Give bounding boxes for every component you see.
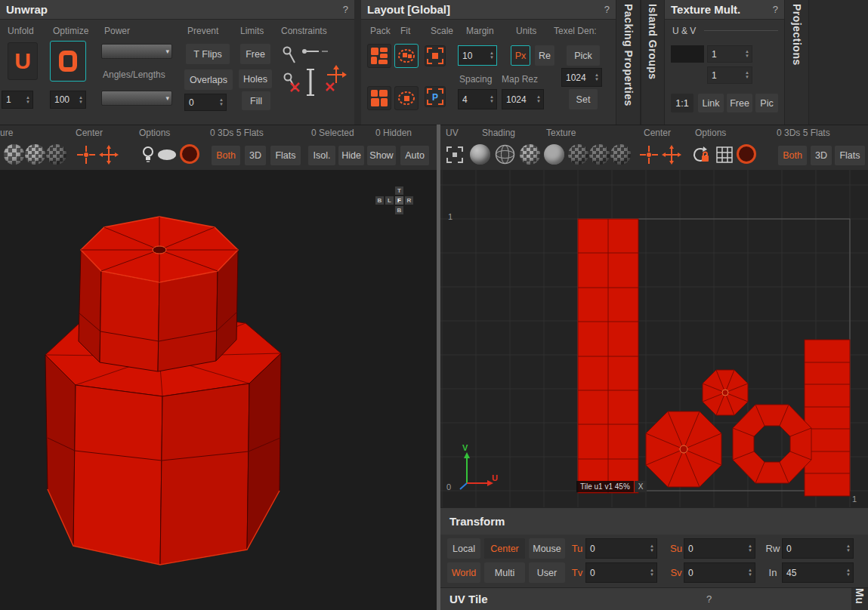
maprez-spin[interactable]: ▲▼ <box>534 95 543 103</box>
spin-down-icon[interactable]: ▼ <box>745 75 749 79</box>
unfold-button[interactable]: U <box>8 42 38 80</box>
uv-viewport[interactable]: 1 0 1 V U Tile u1 v1 45% X <box>440 170 868 507</box>
center-button[interactable]: Center <box>484 538 525 559</box>
user-button[interactable]: User <box>529 562 565 583</box>
transform-panel-header[interactable]: Transform <box>440 507 868 535</box>
texture-checker-b-icon[interactable] <box>25 144 45 165</box>
uv-tile-panel-header[interactable]: UV Tile ? Mu <box>440 587 868 610</box>
texel-spin[interactable]: ▲▼ <box>592 73 601 82</box>
u-mult-spin[interactable]: ▲▼ <box>743 50 752 58</box>
su-spin[interactable]: ▲▼ <box>746 544 755 553</box>
uv-island-left-strip[interactable] <box>578 219 638 493</box>
spin-down-icon[interactable]: ▼ <box>846 573 851 577</box>
optimize-spin[interactable]: ▲▼ <box>76 96 85 104</box>
pic-button[interactable]: Pic <box>755 94 778 112</box>
gizmo-left[interactable]: L <box>385 196 394 205</box>
margin-spin[interactable]: ▲▼ <box>487 51 496 60</box>
shading-checker-icon[interactable] <box>520 144 540 165</box>
unpin-constraint-icon[interactable] <box>281 71 301 94</box>
texel-spinner[interactable]: 1024 ▲▼ <box>561 68 602 87</box>
gizmo-back[interactable]: B <box>375 196 384 205</box>
spin-down-icon[interactable]: ▼ <box>536 100 541 103</box>
maprez-spinner[interactable]: 1024 ▲▼ <box>502 89 544 109</box>
grid-toggle-button[interactable] <box>714 144 734 165</box>
spacing-spin[interactable]: ▲▼ <box>487 95 496 103</box>
holes-button[interactable]: Holes <box>239 69 272 88</box>
v-mult-spin[interactable]: ▲▼ <box>743 71 752 79</box>
unwrap-panel-header[interactable]: Unwrap ? <box>0 0 354 20</box>
rw-spin[interactable]: ▲▼ <box>844 544 853 553</box>
gizmo-top[interactable]: T <box>395 186 403 195</box>
spin-down-icon[interactable]: ▼ <box>650 549 654 553</box>
unwrap-help-button[interactable]: ? <box>343 4 348 15</box>
gizmo-bottom[interactable]: B <box>395 206 403 214</box>
shading-wireframe-icon[interactable] <box>495 144 515 165</box>
texture-checker-b-uv-icon[interactable] <box>589 144 610 165</box>
tu-spin[interactable]: ▲▼ <box>647 544 656 553</box>
packing-properties-tab[interactable]: Packing Properties <box>616 0 641 125</box>
texture-checker-c-uv-icon[interactable] <box>610 144 631 165</box>
tv-spin[interactable]: ▲▼ <box>647 568 656 577</box>
uv-bounds-button[interactable] <box>444 144 465 165</box>
spin-down-icon[interactable]: ▼ <box>595 78 599 82</box>
unfold-iterations-spinner[interactable]: 1 ▲▼ <box>2 91 33 109</box>
world-button[interactable]: World <box>447 562 480 583</box>
power-dropdown[interactable]: ▾ <box>101 44 172 59</box>
texture-checker-c-icon[interactable] <box>46 144 66 165</box>
v-mult-spinner[interactable]: 1 ▲▼ <box>707 66 752 84</box>
projections-tab[interactable]: Projections <box>784 0 809 125</box>
texture-mult-panel-header[interactable]: Texture Mult. ? <box>665 0 784 20</box>
px-units-button[interactable]: Px <box>511 45 530 66</box>
disc-display-uv-icon[interactable] <box>737 144 756 164</box>
spin-down-icon[interactable]: ▼ <box>490 100 494 103</box>
overlaps-spin[interactable]: ▲▼ <box>217 98 226 106</box>
show-button[interactable]: Show <box>367 146 396 165</box>
gizmo-front[interactable]: F <box>395 196 403 205</box>
light-button[interactable] <box>137 144 158 165</box>
in-spin[interactable]: ▲▼ <box>844 568 853 577</box>
spin-down-icon[interactable]: ▼ <box>490 56 494 60</box>
tile-close-button[interactable]: X <box>635 481 647 492</box>
free-button[interactable]: Free <box>240 44 270 64</box>
hide-button[interactable]: Hide <box>338 146 364 165</box>
uv-island-small-octagon[interactable] <box>703 370 748 415</box>
optimize-button[interactable] <box>50 41 86 82</box>
disc-display-icon[interactable] <box>180 144 199 164</box>
both-button-uv[interactable]: Both <box>778 146 807 165</box>
texture-mult-help-button[interactable]: ? <box>773 4 778 15</box>
spin-down-icon[interactable]: ▼ <box>79 100 83 104</box>
spin-down-icon[interactable]: ▼ <box>748 573 752 577</box>
pack-ellipse-button[interactable] <box>394 44 419 68</box>
multi-button[interactable]: Multi <box>484 562 525 583</box>
su-spinner[interactable]: 0 ▲▼ <box>684 538 755 559</box>
flats-button-uv[interactable]: Flats <box>835 146 865 165</box>
spin-down-icon[interactable]: ▼ <box>748 549 752 553</box>
gizmo-right[interactable]: R <box>405 196 413 205</box>
3d-button[interactable]: 3D <box>245 146 266 165</box>
model-3d[interactable] <box>0 170 437 610</box>
viewport-3d[interactable]: T B L F R B <box>0 170 437 610</box>
spin-down-icon[interactable]: ▼ <box>745 54 749 58</box>
mouse-button[interactable]: Mouse <box>529 538 565 559</box>
pick-button[interactable]: Pick <box>567 45 600 66</box>
sv-spin[interactable]: ▲▼ <box>746 568 755 577</box>
spin-up-icon[interactable]: ▲ <box>26 96 30 100</box>
fit-button[interactable] <box>425 45 446 66</box>
pack-button[interactable] <box>367 44 391 68</box>
spin-down-icon[interactable]: ▼ <box>219 103 224 106</box>
spacing-spinner[interactable]: 4 ▲▼ <box>458 89 497 109</box>
uv-island-right-strip[interactable] <box>805 340 850 496</box>
uv-canvas[interactable] <box>440 170 868 507</box>
straighten-edge-icon[interactable] <box>305 66 316 98</box>
spin-up-icon[interactable]: ▲ <box>79 96 83 100</box>
margin-spinner[interactable]: 10 ▲▼ <box>458 45 497 66</box>
tv-spinner[interactable]: 0 ▲▼ <box>585 562 657 583</box>
layout-panel-header[interactable]: Layout [Global] ? <box>361 0 616 20</box>
center-pivot-uv-button[interactable] <box>638 144 659 165</box>
uv-island-ring[interactable] <box>733 405 811 483</box>
shading-flat-icon[interactable] <box>544 144 564 165</box>
island-groups-tab[interactable]: Island Groups <box>641 0 665 125</box>
link-button[interactable]: Link <box>698 94 724 112</box>
overlaps-button[interactable]: Overlaps <box>184 69 233 90</box>
ellipse-display-button[interactable] <box>156 144 178 165</box>
